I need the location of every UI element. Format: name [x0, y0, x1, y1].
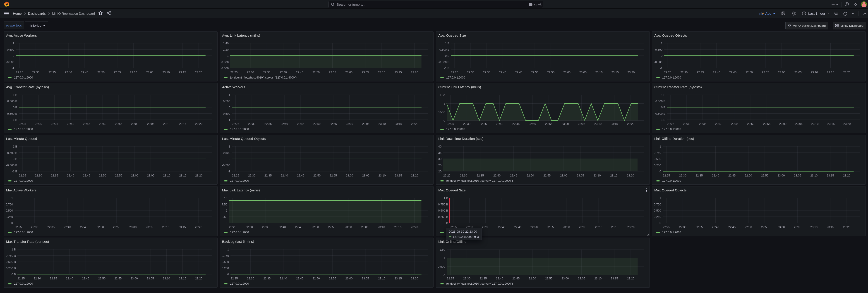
svg-text:22:25: 22:25: [19, 174, 26, 177]
svg-text:23:15: 23:15: [179, 71, 186, 74]
svg-text:22:55: 22:55: [115, 174, 122, 177]
svg-text:22:40: 22:40: [278, 225, 286, 229]
svg-text:-1: -1: [12, 67, 14, 70]
svg-text:22:35: 22:35: [695, 225, 703, 229]
svg-text:23:05: 23:05: [578, 277, 585, 280]
svg-text:0.750: 0.750: [654, 203, 661, 206]
svg-text:0.500: 0.500: [438, 265, 445, 268]
svg-text:22:55: 22:55: [545, 122, 552, 126]
svg-text:23:10: 23:10: [378, 71, 385, 74]
svg-text:23:15: 23:15: [395, 277, 402, 280]
svg-text:22:50: 22:50: [96, 225, 104, 229]
svg-text:22:25: 22:25: [664, 71, 671, 74]
svg-text:22:55: 22:55: [329, 277, 336, 280]
svg-text:-1: -1: [228, 170, 230, 173]
svg-text:23:10: 23:10: [378, 225, 385, 229]
svg-text:22:50: 22:50: [746, 71, 753, 74]
svg-text:0: 0: [659, 170, 661, 173]
svg-text:23:10: 23:10: [595, 71, 603, 74]
svg-text:22:55: 22:55: [330, 174, 337, 177]
svg-text:0.250: 0.250: [222, 266, 229, 270]
svg-text:22:35: 22:35: [482, 225, 489, 229]
svg-text:22:35: 22:35: [49, 71, 56, 74]
svg-text:1.50: 1.50: [439, 93, 445, 97]
svg-text:23:20: 23:20: [843, 71, 850, 74]
svg-text:22:45: 22:45: [728, 174, 736, 177]
svg-text:22:45: 22:45: [297, 122, 304, 126]
svg-text:22:45: 22:45: [83, 122, 90, 126]
svg-text:22:50: 22:50: [99, 174, 106, 177]
svg-text:23:10: 23:10: [593, 174, 601, 177]
svg-text:22:55: 22:55: [763, 122, 770, 126]
svg-text:23:15: 23:15: [394, 225, 401, 229]
svg-text:22:45: 22:45: [515, 71, 522, 74]
svg-text:22:55: 22:55: [114, 71, 121, 74]
svg-text:23:00: 23:00: [131, 122, 138, 126]
svg-text:23:05: 23:05: [579, 225, 586, 229]
svg-text:23:20: 23:20: [627, 71, 634, 74]
svg-text:23:05: 23:05: [795, 122, 803, 126]
svg-text:23:05: 23:05: [361, 225, 368, 229]
svg-text:23:20: 23:20: [627, 277, 634, 280]
svg-text:22:30: 22:30: [31, 225, 38, 229]
svg-text:23:05: 23:05: [578, 122, 585, 126]
svg-text:23:00: 23:00: [561, 277, 569, 280]
svg-text:22:25: 22:25: [19, 122, 26, 126]
svg-text:22:55: 22:55: [547, 225, 554, 229]
svg-text:22:40: 22:40: [499, 71, 506, 74]
svg-text:23:20: 23:20: [195, 277, 203, 280]
svg-text:1: 1: [229, 93, 230, 97]
svg-text:22:45: 22:45: [82, 277, 89, 280]
svg-text:-1: -1: [660, 67, 662, 70]
svg-text:1: 1: [227, 54, 229, 58]
svg-text:0: 0: [229, 106, 230, 109]
svg-text:22:25: 22:25: [447, 122, 454, 126]
svg-text:22:30: 22:30: [463, 277, 470, 280]
svg-text:22:45: 22:45: [728, 225, 736, 229]
svg-text:22:45: 22:45: [296, 277, 303, 280]
svg-text:-0.500: -0.500: [6, 60, 14, 64]
svg-text:1: 1: [227, 248, 229, 251]
svg-text:23:00: 23:00: [779, 122, 786, 126]
svg-text:22:40: 22:40: [496, 277, 503, 280]
svg-text:22:40: 22:40: [64, 225, 71, 229]
svg-text:1.40: 1.40: [223, 42, 229, 45]
svg-text:1: 1: [443, 102, 445, 105]
svg-text:23:15: 23:15: [395, 122, 402, 126]
svg-text:1: 1: [443, 257, 445, 260]
svg-text:0: 0: [443, 119, 445, 122]
svg-text:23:00: 23:00: [561, 122, 569, 126]
svg-text:0.750 B: 0.750 B: [438, 203, 448, 206]
svg-text:22:35: 22:35: [51, 122, 58, 126]
svg-text:23:15: 23:15: [179, 122, 186, 126]
svg-text:23:05: 23:05: [579, 71, 587, 74]
svg-text:22:40: 22:40: [712, 174, 719, 177]
svg-text:23:15: 23:15: [827, 225, 834, 229]
svg-text:22:35: 22:35: [479, 277, 487, 280]
svg-text:0.500: 0.500: [438, 110, 445, 114]
svg-text:1 B: 1 B: [445, 42, 450, 45]
svg-text:23:00: 23:00: [777, 174, 785, 177]
svg-text:22:35: 22:35: [476, 174, 484, 177]
svg-text:22:50: 22:50: [745, 225, 752, 229]
svg-text:23:00: 23:00: [345, 71, 352, 74]
svg-text:22:35: 22:35: [51, 174, 58, 177]
svg-text:0.750: 0.750: [222, 254, 229, 258]
svg-text:22:30: 22:30: [35, 122, 42, 126]
svg-text:22:45: 22:45: [731, 122, 738, 126]
svg-text:23:20: 23:20: [411, 225, 418, 229]
svg-text:0: 0: [229, 157, 230, 161]
svg-text:22:30: 22:30: [460, 174, 467, 177]
svg-text:23:10: 23:10: [163, 174, 170, 177]
svg-text:23:05: 23:05: [362, 71, 369, 74]
svg-text:22:40: 22:40: [496, 122, 503, 126]
svg-text:22:25: 22:25: [663, 225, 670, 229]
svg-text:0 B: 0 B: [13, 157, 17, 161]
svg-text:22:45: 22:45: [512, 122, 520, 126]
svg-text:0.750: 0.750: [654, 151, 661, 155]
svg-text:23:00: 23:00: [130, 277, 138, 280]
svg-text:22:45: 22:45: [514, 225, 521, 229]
svg-text:23:10: 23:10: [378, 277, 385, 280]
svg-text:22:55: 22:55: [545, 277, 552, 280]
svg-text:23:20: 23:20: [627, 225, 634, 229]
